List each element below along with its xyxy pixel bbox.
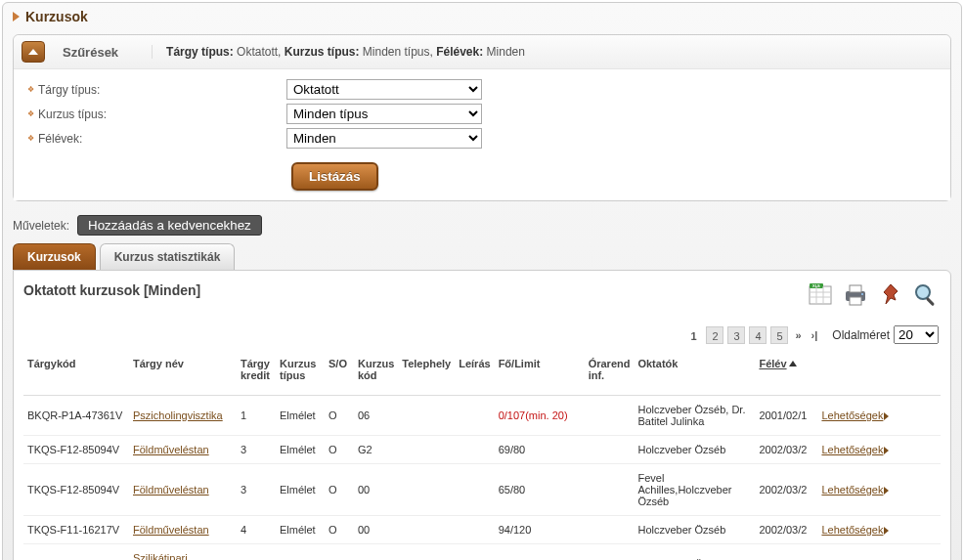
cell-ktipus: Elmélet (276, 396, 325, 436)
cell-telephely (398, 396, 455, 436)
content-panel: Oktatott kurzusok [Minden] XLS 1 2 3 4 5… (13, 270, 951, 560)
filter-title: Szűrések (49, 45, 148, 60)
page-size-select[interactable]: 20 (894, 325, 939, 344)
cell-kredit: 3 (237, 436, 276, 464)
cell-oktatok: Holczveber Özséb (634, 436, 755, 464)
table-row: TKQS-F12-85094VFöldműveléstan3ElméletOG2… (23, 436, 941, 464)
filter-summary: Tárgy típus: Oktatott, Kurzus típus: Min… (152, 45, 525, 59)
cell-targykod: TKQS-F12-85094V (23, 464, 129, 516)
cell-so: O (325, 436, 354, 464)
operations-label: Műveletek: (13, 219, 69, 233)
svg-rect-12 (926, 297, 935, 306)
select-felevek[interactable]: Minden (286, 128, 482, 149)
col-targykod[interactable]: Tárgykód (23, 352, 129, 396)
cell-so: O (325, 464, 354, 516)
cell-felev: 2002/03/2 (755, 464, 817, 516)
cell-targynev: Földműveléstan (129, 516, 237, 544)
subject-link[interactable]: Földműveléstan (133, 444, 209, 455)
page-4[interactable]: 4 (749, 326, 767, 344)
cell-ktipus: Elmélet (276, 436, 325, 464)
courses-table: Tárgykód Tárgy név Tárgy kredit Kurzus t… (23, 352, 941, 560)
cell-kredit: 4 (237, 516, 276, 544)
cell-orarend (585, 544, 635, 561)
cell-leiras (455, 396, 494, 436)
cell-orarend (585, 436, 635, 464)
cell-oktatok: Holczveber Özséb, Dr. Batitel Julinka (634, 396, 755, 436)
options-link[interactable]: Lehetőségek (821, 484, 883, 495)
col-so[interactable]: S/O (325, 352, 354, 396)
page-last-icon[interactable]: ›| (809, 326, 821, 344)
col-kredit[interactable]: Tárgy kredit (237, 352, 276, 396)
pin-icon[interactable] (878, 282, 903, 308)
col-ktipus[interactable]: Kurzus típus (276, 352, 325, 396)
cell-so: O (325, 516, 354, 544)
col-felev[interactable]: Félév (755, 352, 817, 396)
col-telephely[interactable]: Telephely (398, 352, 455, 396)
col-orarend[interactable]: Órarend inf. (585, 352, 635, 396)
action-icons: XLS (808, 282, 941, 308)
tab-kurzusok[interactable]: Kurzusok (13, 243, 96, 270)
select-targy-tipus[interactable]: Oktatott (286, 79, 482, 100)
col-targynev[interactable]: Tárgy név (129, 352, 237, 396)
cell-ktipus: Labor (276, 544, 325, 561)
subject-link[interactable]: Földműveléstan (133, 484, 209, 495)
cell-targykod: BKQR-P1A-47361V (23, 396, 129, 436)
cell-targynev: Pszicholingvisztika (129, 396, 237, 436)
cell-opts: Lehetőségek (817, 544, 941, 561)
tab-statistics[interactable]: Kurzus statisztikák (100, 243, 236, 270)
col-leiras[interactable]: Leírás (455, 352, 494, 396)
subject-link[interactable]: Földműveléstan (133, 524, 209, 536)
excel-export-icon[interactable]: XLS (808, 282, 833, 308)
cell-folimit: 0/999 (495, 544, 585, 561)
options-link[interactable]: Lehetőségek (821, 409, 883, 421)
subject-link[interactable]: Szilikátipari technológia lab. gyak. (133, 552, 208, 560)
operations-row: Műveletek: Hozzáadás a kedvencekhez (3, 211, 961, 243)
cell-ktipus: Elmélet (276, 464, 325, 516)
cell-targykod: TKQS-F11-16217V (23, 516, 129, 544)
cell-so: O (325, 544, 354, 561)
cell-folimit: 69/80 (495, 436, 585, 464)
col-kkod[interactable]: Kurzus kód (354, 352, 398, 396)
subject-link[interactable]: Pszicholingvisztika (133, 409, 223, 421)
add-favorite-button[interactable]: Hozzáadás a kedvencekhez (77, 215, 262, 236)
cell-opts: Lehetőségek (817, 436, 941, 464)
select-kurzus-tipus[interactable]: Minden típus (286, 104, 482, 124)
cell-targynev: Földműveléstan (129, 436, 237, 464)
cell-folimit: 94/120 (495, 516, 585, 544)
cell-felev: 2001/02/1 (755, 396, 817, 436)
cell-kredit: 3 (237, 544, 276, 561)
options-link[interactable]: Lehetőségek (821, 524, 883, 536)
cell-targynev: Szilikátipari technológia lab. gyak. (129, 544, 237, 561)
cell-felev: 2003/04/1 (755, 544, 817, 561)
page-next-icon[interactable]: » (792, 326, 804, 344)
cell-targynev: Földműveléstan (129, 464, 237, 516)
collapse-button[interactable] (22, 41, 45, 63)
cell-targykod: 2849-S3G-10604É (23, 544, 129, 561)
cell-telephely (398, 544, 455, 561)
caret-right-icon (884, 527, 889, 535)
page-2[interactable]: 2 (706, 326, 723, 344)
panel-header: Kurzusok (3, 3, 961, 30)
cell-kkod: G2 (354, 436, 398, 464)
cell-felev: 2002/03/2 (755, 436, 817, 464)
courses-panel: Kurzusok Szűrések Tárgy típus: Oktatott,… (2, 2, 962, 560)
cell-orarend (585, 396, 635, 436)
options-link[interactable]: Lehetőségek (821, 444, 883, 455)
cell-kkod: 00 (354, 516, 398, 544)
col-oktatok[interactable]: Oktatók (634, 352, 755, 396)
filter-header: Szűrések Tárgy típus: Oktatott, Kurzus t… (14, 35, 950, 69)
page-3[interactable]: 3 (727, 326, 745, 344)
page-5[interactable]: 5 (770, 326, 788, 344)
print-icon[interactable] (843, 282, 868, 308)
col-folimit[interactable]: Fő/Limit (495, 352, 585, 396)
list-button[interactable]: Listázás (291, 162, 378, 191)
page-1[interactable]: 1 (684, 326, 702, 344)
caret-right-icon (13, 12, 20, 22)
search-icon[interactable] (913, 282, 939, 308)
cell-oktatok: Holczveber Özséb (634, 516, 755, 544)
svg-point-11 (916, 285, 930, 299)
cell-leiras (455, 436, 494, 464)
svg-rect-0 (810, 286, 831, 304)
cell-opts: Lehetőségek (817, 516, 941, 544)
cell-folimit: 65/80 (495, 464, 585, 516)
